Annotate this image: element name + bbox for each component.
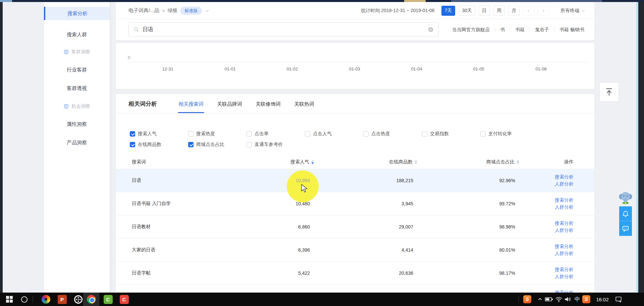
mall-ratio-cell: 80.01% [420,247,522,253]
ime-zh-label: 中 [575,296,580,303]
elephant-mascot-icon[interactable] [619,191,632,205]
terminal-selector[interactable]: 所有终端 [560,8,586,14]
camtasia-recorder-app-button[interactable]: C [116,293,132,306]
breadcrumb-separator: > [162,8,165,13]
related-words-header: 相关词分析 相关搜索词 关联品牌词 关联修饰词 关联热词 [128,100,314,113]
actions-cell: 搜索分析 人群分析 [522,219,582,234]
y-axis-tick: 0 [128,55,130,60]
sort-control-products[interactable] [415,159,417,165]
sogou-icon: S [523,295,531,303]
search-analysis-link[interactable]: 搜索分析 [522,197,574,203]
speaker-icon [564,296,572,303]
checkbox-icon [305,131,310,137]
search-analysis-link[interactable]: 搜索分析 [522,174,574,180]
x-axis-label: 01-03 [341,66,368,71]
metric-checkbox-online-products[interactable]: 在线商品数 [130,141,161,148]
camtasia-app-button[interactable]: C [100,293,116,306]
cortana-search-button[interactable] [17,293,32,306]
sidebar-item-search-crowd[interactable]: 搜索人群 [44,28,110,41]
sogou-input-tray-button[interactable]: S [581,293,592,306]
search-analysis-link[interactable]: 搜索分析 [522,220,574,226]
checkbox-icon [130,131,135,137]
sidebar-item-industry-customers[interactable]: 行业客群 [44,63,110,76]
checkbox-label: 交易指数 [430,131,449,137]
metric-checkbox-pay-conversion[interactable]: 支付转化率 [480,131,512,137]
products-cell: 29,007 [317,224,420,230]
checkbox-icon [247,131,252,137]
sort-asc-icon [311,159,314,162]
keyword-cell: 日语字帖 [128,270,233,276]
range-button-day[interactable]: 日 [479,6,490,16]
crowd-analysis-link[interactable]: 人群分析 [522,204,574,210]
range-button-7d[interactable]: 7天 [441,6,455,16]
trend-chart-card: 0 12-31 01-01 01-02 01-03 01-04 01-05 01… [116,43,594,89]
quick-link[interactable]: 鬼谷子 [530,27,554,33]
search-input[interactable]: 日语 [128,22,439,37]
metric-checkbox-ztc-price[interactable]: 直通车参考价 [247,141,283,148]
crowd-analysis-link[interactable]: 人群分析 [522,181,574,187]
tab-related-modifier-words[interactable]: 关联修饰词 [256,100,281,113]
sogou-icon: S [582,295,590,303]
sogou-input-tray-button[interactable]: S [522,293,533,306]
metric-checkbox-search-popularity[interactable]: 搜索人气 [130,131,157,137]
metric-checkbox-click-popularity[interactable]: 点击人气 [305,131,332,137]
sort-control-popularity[interactable] [311,159,314,165]
sidebar-item-attribute-insight[interactable]: 属性洞察 [44,117,110,131]
tab-related-search-words[interactable]: 相关搜索词 [178,100,204,113]
powerpoint-app-button[interactable]: P [54,293,70,306]
metric-checkbox-search-heat[interactable]: 搜索热度 [188,131,215,137]
volume-tray-button[interactable] [562,293,574,306]
prev-period-button[interactable] [523,6,534,16]
search-analysis-link[interactable]: 搜索分析 [522,243,574,250]
battery-tray-button[interactable] [543,293,555,306]
next-period-button[interactable] [538,6,549,16]
x-axis-label: 01-02 [279,66,306,71]
back-to-top-button[interactable] [599,82,619,102]
quick-link[interactable]: 当当网官方旗舰店 [452,27,495,33]
quick-link[interactable]: 书 [495,27,510,33]
color-wheel-app-button[interactable] [38,293,54,306]
search-analysis-link[interactable]: 搜索分析 [522,266,574,273]
chevron-down-icon[interactable] [205,8,210,13]
tab-related-brand-words[interactable]: 关联品牌词 [217,100,242,113]
table-body: 日语 10,994 188,215 92.96% 搜索分析 人群分析 日语书籍 … [116,169,594,293]
sort-control-mall-ratio[interactable] [517,159,519,165]
stat-time-label: 统计时间 2018-12-31 ~ 2019-01-06 [361,8,435,14]
tab-related-hot-words[interactable]: 关联热词 [294,100,314,113]
camtasia-recorder-icon: C [120,295,129,304]
sidebar-item-search-analysis[interactable]: 搜索分析 [44,7,110,20]
crowd-analysis-link[interactable]: 人群分析 [522,250,574,257]
start-button[interactable] [2,293,17,306]
x-axis-label: 01-06 [528,66,554,71]
search-analysis-link[interactable]: 搜索分析 [522,290,574,293]
action-center-button[interactable] [612,293,625,306]
breadcrumb: 电子词典/...品 > 绿板 标准版 [128,2,210,19]
sidebar-item-customer-perspective[interactable]: 客群透视 [44,82,110,95]
sort-desc-icon [517,162,519,165]
metric-checkbox-click-rate[interactable]: 点击率 [247,131,269,137]
quick-link[interactable]: 书籍 畅销书 [554,27,584,33]
metric-checkbox-trade-index[interactable]: 交易指数 [422,131,449,137]
app-page: 搜索分析 搜索人群 客群洞察 行业客群 客群透视 机会洞察 属性洞察 [3,2,636,293]
chrome-app-button[interactable] [83,293,99,306]
metric-checkbox-mall-click-ratio[interactable]: 商城点击占比 [188,141,224,148]
sidebar-item-product-insight[interactable]: 产品洞察 [44,136,110,149]
column-header-label: 操作 [564,159,574,165]
column-header-label: 搜索词 [132,159,146,165]
clock[interactable]: 16:02 [593,293,612,306]
range-button-week[interactable]: 周 [493,6,505,16]
checkbox-label: 点击率 [255,131,269,137]
clear-search-icon[interactable] [428,27,434,33]
notifications-button[interactable] [619,206,632,221]
metric-checkbox-click-heat[interactable]: 点击热度 [363,131,390,137]
range-button-month[interactable]: 月 [508,6,520,16]
range-button-30d[interactable]: 30天 [459,6,475,16]
column-header-mall-ratio: 商城点击占比 [420,159,522,165]
chevron-down-icon [581,8,586,13]
quick-link[interactable]: 书籍 [510,27,530,33]
feedback-chat-button[interactable] [619,221,632,236]
crowd-analysis-link[interactable]: 人群分析 [522,227,574,234]
checkbox-icon [188,142,194,147]
desktop-screen: 搜索分析 搜索人群 客群洞察 行业客群 客群透视 机会洞察 属性洞察 [0,0,644,306]
crowd-analysis-link[interactable]: 人群分析 [522,273,574,280]
